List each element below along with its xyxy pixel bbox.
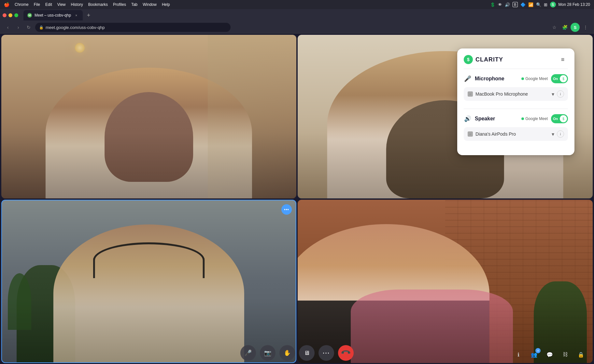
- menu-file[interactable]: File: [34, 2, 40, 7]
- url-bar[interactable]: 🔒 meet.google.com/uss-cobv-qhp: [35, 23, 231, 32]
- microphone-info-icon: i: [560, 92, 561, 96]
- menu-window[interactable]: Window: [143, 2, 157, 7]
- address-bar: ‹ › ↻ 🔒 meet.google.com/uss-cobv-qhp ☆ 🧩…: [0, 21, 594, 33]
- microphone-device-name: MacBook Pro Microphone: [475, 91, 549, 97]
- menu-history[interactable]: History: [71, 2, 83, 7]
- system-icon-battery[interactable]: B: [513, 2, 517, 7]
- clarity-logo-letter: $: [467, 57, 470, 62]
- mic-button[interactable]: 🎤: [240, 345, 256, 361]
- speaker-info-button[interactable]: i: [557, 130, 564, 138]
- refresh-button[interactable]: ↻: [25, 23, 33, 31]
- window-controls: [3, 13, 18, 17]
- mic-icon: 🎤: [245, 349, 252, 357]
- profile-button[interactable]: S: [571, 23, 580, 32]
- microphone-knob-icon: $: [562, 77, 564, 81]
- speaker-source-dot: [521, 117, 524, 120]
- browser-chrome: M Meet – uss-cobv-qhp × + ‹ › ↻ 🔒 meet.g…: [0, 9, 594, 34]
- system-icon-search[interactable]: 🔍: [536, 2, 541, 7]
- hamburger-icon: ≡: [561, 56, 565, 63]
- menu-chrome[interactable]: Chrome: [15, 2, 29, 7]
- speaker-info-icon: i: [560, 132, 561, 136]
- screenshare-button[interactable]: 🖥: [299, 345, 315, 361]
- system-icon-eye[interactable]: 👁: [498, 2, 502, 7]
- info-button[interactable]: ℹ: [512, 348, 525, 361]
- menu-help[interactable]: Help: [162, 2, 170, 7]
- clarity-logo-icon: $: [464, 55, 473, 64]
- back-button[interactable]: ‹: [4, 23, 12, 31]
- menu-bookmarks[interactable]: Bookmarks: [88, 2, 108, 7]
- speaker-device-name: Diana's AirPods Pro: [475, 131, 549, 137]
- main-content: ••• 🎤 📷 ✋ 🖥: [0, 34, 594, 364]
- menu-view[interactable]: View: [57, 2, 66, 7]
- system-icon-bluetooth[interactable]: 🔷: [520, 2, 526, 7]
- control-bar: 🎤 📷 ✋ 🖥 ⋯ 📞 ℹ 👥 4 💬: [0, 342, 594, 364]
- system-icon-wifi[interactable]: 📶: [528, 2, 533, 7]
- speaker-dropdown-icon[interactable]: ▾: [552, 131, 554, 137]
- raise-hand-button[interactable]: ✋: [279, 345, 295, 361]
- clarity-popup: $ CLARITY ≡ 🎤 Microphone Google Meet: [457, 48, 574, 155]
- clarity-menu-button[interactable]: ≡: [558, 54, 568, 65]
- menu-profiles[interactable]: Profiles: [113, 2, 126, 7]
- bookmark-icon[interactable]: ☆: [550, 23, 559, 32]
- camera-icon: 📷: [264, 349, 271, 357]
- chat-icon: 💬: [546, 352, 553, 358]
- hand-icon: ✋: [284, 349, 291, 357]
- menu-bar-left: 🍎 Chrome File Edit View History Bookmark…: [4, 2, 170, 7]
- tab-close-button[interactable]: ×: [74, 13, 79, 18]
- speaker-source-label: Google Meet: [525, 116, 548, 121]
- tab-bar: M Meet – uss-cobv-qhp × +: [0, 9, 594, 21]
- speaker-knob-icon: $: [562, 117, 564, 121]
- more-options-icon[interactable]: ⋮: [581, 23, 590, 32]
- system-icon-control[interactable]: ⊞: [544, 2, 547, 7]
- window-close-dot[interactable]: [3, 13, 7, 17]
- extension-icon[interactable]: 🧩: [560, 23, 569, 32]
- microphone-toggle-label: On: [553, 77, 558, 81]
- speaker-toggle-label: On: [553, 117, 558, 121]
- window-fullscreen-dot[interactable]: [14, 13, 18, 17]
- microphone-toggle[interactable]: On $: [551, 74, 568, 83]
- chat-button[interactable]: 💬: [543, 348, 556, 361]
- screen-share-icon: 🖥: [304, 350, 310, 357]
- window-minimize-dot[interactable]: [8, 13, 12, 17]
- speaker-toggle-knob: $: [560, 115, 567, 122]
- system-profile-s[interactable]: S: [550, 2, 556, 7]
- system-icon-clarity[interactable]: 💲: [490, 2, 495, 7]
- activities-button[interactable]: ⛓: [559, 348, 572, 361]
- clarity-title: CLARITY: [475, 56, 503, 63]
- microphone-dropdown-icon[interactable]: ▾: [552, 91, 554, 97]
- end-call-button[interactable]: 📞: [338, 345, 354, 361]
- more-options-button[interactable]: ⋯: [318, 345, 334, 361]
- toolbar-right: ☆ 🧩 S ⋮: [550, 23, 590, 32]
- speaker-device-icon: ○: [468, 131, 473, 137]
- microphone-section: 🎤 Microphone Google Meet On $: [457, 69, 574, 109]
- video-tile-3: •••: [1, 200, 296, 363]
- system-icon-volume[interactable]: 🔊: [505, 2, 510, 7]
- menu-edit[interactable]: Edit: [45, 2, 52, 7]
- safety-button[interactable]: 🔒: [574, 348, 587, 361]
- clarity-header: $ CLARITY ≡: [457, 48, 574, 69]
- camera-button[interactable]: 📷: [260, 345, 276, 361]
- speaker-section: 🔊 Speaker Google Meet On $: [457, 109, 574, 149]
- forward-button[interactable]: ›: [14, 23, 22, 31]
- microphone-device-icon: ○: [468, 91, 473, 97]
- speaker-toggle[interactable]: On $: [551, 114, 568, 123]
- speaker-row-icon: 🔊: [464, 115, 472, 122]
- apple-menu[interactable]: 🍎: [4, 2, 9, 7]
- active-tab[interactable]: M Meet – uss-cobv-qhp ×: [23, 10, 83, 20]
- video-tile-4: [298, 200, 593, 363]
- tile-menu-button[interactable]: •••: [281, 204, 292, 215]
- microphone-info-button[interactable]: i: [557, 90, 564, 98]
- menu-bar-right: 💲 👁 🔊 B 🔷 📶 🔍 ⊞ S Mon 28 Feb 13:20: [490, 2, 590, 7]
- video-tile-1: [1, 35, 296, 198]
- info-icon: ℹ: [517, 352, 519, 358]
- lock-icon: 🔒: [39, 25, 44, 30]
- tab-favicon: M: [27, 13, 32, 18]
- tab-label: Meet – uss-cobv-qhp: [35, 13, 71, 18]
- microphone-source: Google Meet: [521, 76, 548, 81]
- participants-button[interactable]: 👥 4: [528, 348, 541, 361]
- datetime-display: Mon 28 Feb 13:20: [559, 2, 590, 7]
- speaker-toggle-container: On $: [551, 114, 568, 123]
- menu-tab[interactable]: Tab: [131, 2, 137, 7]
- new-tab-button[interactable]: +: [84, 11, 93, 20]
- microphone-source-label: Google Meet: [525, 76, 548, 81]
